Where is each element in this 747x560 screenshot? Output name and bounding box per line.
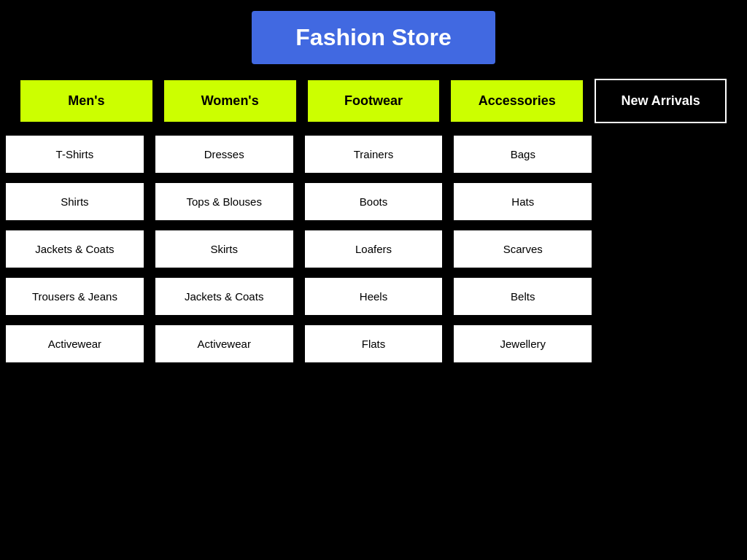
item-cell-0-3: Bags	[448, 135, 597, 174]
item-btn-accessories-jewellery[interactable]: Jewellery	[454, 325, 592, 362]
header-box: Fashion Store	[252, 11, 495, 64]
item-btn-footwear-boots[interactable]: Boots	[305, 183, 443, 220]
item-cell-1-2: Boots	[299, 182, 449, 221]
empty-cell-0-4	[603, 135, 741, 174]
item-cell-4-3: Jewellery	[448, 324, 597, 363]
item-btn-footwear-heels[interactable]: Heels	[305, 278, 443, 315]
item-row-4: ActivewearActivewearFlatsJewellery	[0, 324, 747, 363]
item-cell-3-0: Trousers & Jeans	[0, 277, 150, 316]
item-btn-footwear-flats[interactable]: Flats	[305, 325, 443, 362]
item-btn-footwear-trainers[interactable]: Trainers	[305, 136, 443, 173]
item-btn-accessories-scarves[interactable]: Scarves	[454, 230, 592, 268]
item-btn-accessories-belts[interactable]: Belts	[454, 278, 592, 315]
item-cell-2-4	[597, 230, 747, 268]
item-btn-footwear-loafers[interactable]: Loafers	[305, 230, 443, 268]
header-cell-new-arrivals: New Arrivals	[589, 79, 732, 123]
header-cell-mens: Men's	[15, 79, 158, 123]
header-container: Fashion Store	[0, 0, 747, 79]
empty-cell-2-4	[603, 230, 741, 268]
header-cell-footwear: Footwear	[302, 79, 446, 123]
item-cell-0-1: Dresses	[150, 135, 299, 174]
item-cell-3-1: Jackets & Coats	[150, 277, 299, 316]
item-cell-3-2: Heels	[299, 277, 449, 316]
item-btn-accessories-bags[interactable]: Bags	[454, 136, 592, 173]
empty-cell-1-4	[603, 182, 741, 221]
item-cell-4-4	[597, 324, 747, 363]
header-cell-womens: Women's	[158, 79, 302, 123]
item-btn-womens-dresses[interactable]: Dresses	[155, 136, 293, 173]
category-mens[interactable]: Men's	[20, 80, 152, 122]
item-btn-mens-shirts[interactable]: Shirts	[6, 183, 144, 220]
item-cell-1-3: Hats	[448, 182, 597, 221]
page-title: Fashion Store	[295, 24, 451, 51]
item-cell-4-1: Activewear	[150, 324, 299, 363]
item-cell-4-0: Activewear	[0, 324, 150, 363]
item-btn-mens-jackets-&-coats[interactable]: Jackets & Coats	[6, 230, 144, 268]
item-row-1: ShirtsTops & BlousesBootsHats	[0, 182, 747, 221]
item-cell-0-0: T-Shirts	[0, 135, 150, 174]
item-btn-mens-t-shirts[interactable]: T-Shirts	[6, 136, 144, 173]
item-cell-0-2: Trainers	[299, 135, 449, 174]
category-accessories[interactable]: Accessories	[451, 80, 583, 122]
item-cell-1-4	[597, 182, 747, 221]
item-btn-mens-trousers-&-jeans[interactable]: Trousers & Jeans	[6, 278, 144, 315]
item-cell-2-1: Skirts	[150, 230, 299, 268]
item-cell-3-4	[597, 277, 747, 316]
item-cell-2-3: Scarves	[448, 230, 597, 268]
category-headers: Men's Women's Footwear Accessories New A…	[0, 79, 747, 123]
items-grid: T-ShirtsDressesTrainersBagsShirtsTops & …	[0, 135, 747, 363]
item-row-2: Jackets & CoatsSkirtsLoafersScarves	[0, 230, 747, 268]
item-btn-womens-skirts[interactable]: Skirts	[155, 230, 293, 268]
category-footwear[interactable]: Footwear	[308, 80, 440, 122]
empty-cell-4-4	[603, 324, 741, 363]
item-btn-womens-activewear[interactable]: Activewear	[155, 325, 293, 362]
item-btn-womens-jackets-&-coats[interactable]: Jackets & Coats	[155, 278, 293, 315]
category-new-arrivals[interactable]: New Arrivals	[595, 79, 727, 123]
item-cell-1-0: Shirts	[0, 182, 150, 221]
item-cell-3-3: Belts	[448, 277, 597, 316]
item-cell-2-0: Jackets & Coats	[0, 230, 150, 268]
empty-cell-3-4	[603, 277, 741, 316]
item-btn-accessories-hats[interactable]: Hats	[454, 183, 592, 220]
item-cell-0-4	[597, 135, 747, 174]
item-cell-1-1: Tops & Blouses	[150, 182, 299, 221]
item-row-3: Trousers & JeansJackets & CoatsHeelsBelt…	[0, 277, 747, 316]
item-cell-4-2: Flats	[299, 324, 449, 363]
item-cell-2-2: Loafers	[299, 230, 449, 268]
item-row-0: T-ShirtsDressesTrainersBags	[0, 135, 747, 174]
item-btn-womens-tops-&-blouses[interactable]: Tops & Blouses	[155, 183, 293, 220]
item-btn-mens-activewear[interactable]: Activewear	[6, 325, 144, 362]
header-cell-accessories: Accessories	[445, 79, 589, 123]
category-womens[interactable]: Women's	[164, 80, 296, 122]
